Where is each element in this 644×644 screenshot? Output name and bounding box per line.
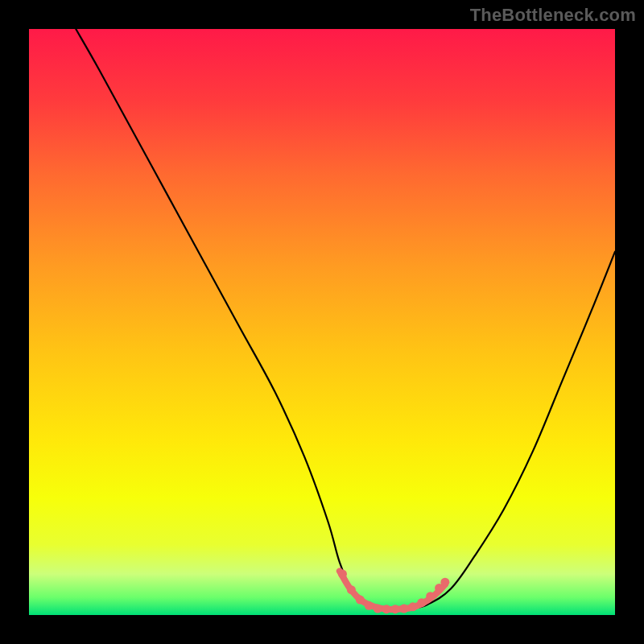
highlight-dots (338, 570, 449, 614)
highlight-dot (391, 605, 400, 613)
bottleneck-curve (76, 29, 615, 609)
curve-layer (29, 29, 615, 615)
highlight-dot (374, 604, 382, 613)
watermark-label: TheBottleneck.com (470, 5, 636, 26)
highlight-dot (356, 596, 365, 605)
chart-frame: TheBottleneck.com (0, 0, 644, 644)
highlight-dot (417, 598, 426, 607)
highlight-dot (399, 604, 408, 613)
highlight-dot (347, 585, 356, 594)
highlight-dot (338, 570, 347, 579)
highlight-dot (365, 601, 374, 610)
highlight-dot (426, 592, 435, 601)
highlight-dot (382, 605, 391, 613)
plot-area (29, 29, 615, 615)
highlight-dot (408, 602, 417, 611)
highlight-dot (440, 578, 449, 587)
